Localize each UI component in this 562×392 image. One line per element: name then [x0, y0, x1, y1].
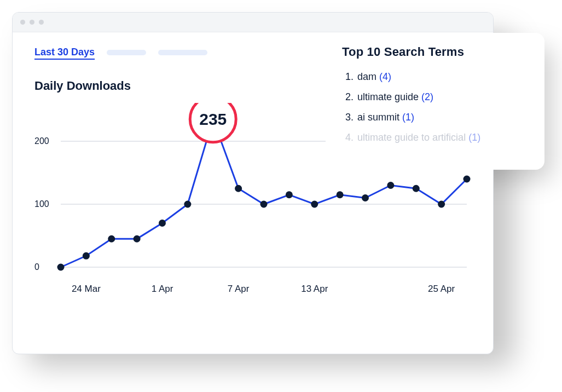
- search-term-item[interactable]: ultimate guide (2): [342, 87, 528, 107]
- svg-point-11: [260, 201, 268, 208]
- y-tick-label: 0: [34, 262, 39, 272]
- svg-point-5: [83, 252, 90, 260]
- traffic-light-dot: [20, 20, 25, 25]
- svg-point-9: [184, 201, 191, 208]
- y-tick-label: 200: [34, 136, 49, 146]
- top-search-terms-card: Top 10 Search Terms dam (4)ultimate guid…: [326, 33, 544, 170]
- search-term-text: ai summit: [357, 112, 402, 123]
- svg-point-3: [190, 103, 236, 142]
- search-term-count: (2): [421, 91, 433, 102]
- search-term-count: (4): [379, 71, 391, 82]
- search-term-text: ultimate guide to artificial: [357, 132, 468, 143]
- search-term-count: (1): [402, 112, 414, 123]
- svg-point-7: [134, 235, 141, 243]
- search-term-item[interactable]: ai summit (1): [342, 107, 528, 128]
- svg-point-12: [286, 191, 293, 198]
- window-titlebar: [13, 13, 493, 32]
- x-tick-label: 1 Apr: [152, 284, 173, 295]
- svg-point-13: [311, 201, 318, 208]
- search-term-text: ultimate guide: [357, 91, 421, 102]
- search-term-text: dam: [357, 71, 379, 82]
- traffic-light-dot: [39, 20, 44, 25]
- y-tick-label: 100: [34, 199, 49, 209]
- svg-point-14: [337, 191, 344, 198]
- svg-point-19: [463, 176, 471, 183]
- search-term-item[interactable]: ultimate guide to artificial (1): [342, 128, 528, 148]
- svg-point-8: [159, 220, 166, 227]
- tab-placeholder[interactable]: [158, 50, 207, 55]
- traffic-light-dot: [30, 20, 34, 25]
- search-terms-list: dam (4)ultimate guide (2)ai summit (1)ul…: [342, 67, 528, 148]
- x-tick-label: 13 Apr: [301, 284, 328, 295]
- x-axis: 24 Mar1 Apr7 Apr13 Apr25 Apr: [61, 278, 472, 300]
- card-title: Top 10 Search Terms: [342, 45, 528, 59]
- search-term-count: (1): [468, 132, 480, 143]
- svg-point-16: [387, 182, 394, 189]
- x-tick-label: 7 Apr: [228, 284, 250, 295]
- search-term-item[interactable]: dam (4): [342, 67, 528, 87]
- svg-point-6: [108, 235, 115, 243]
- svg-point-18: [438, 201, 445, 208]
- svg-point-10: [235, 185, 242, 192]
- svg-point-15: [362, 194, 369, 201]
- x-tick-label: 25 Apr: [428, 284, 455, 295]
- tab-last-30-days[interactable]: Last 30 Days: [34, 47, 95, 58]
- svg-point-4: [57, 264, 65, 271]
- x-tick-label: 24 Mar: [72, 284, 101, 295]
- svg-point-17: [413, 185, 420, 192]
- tab-placeholder[interactable]: [107, 50, 146, 55]
